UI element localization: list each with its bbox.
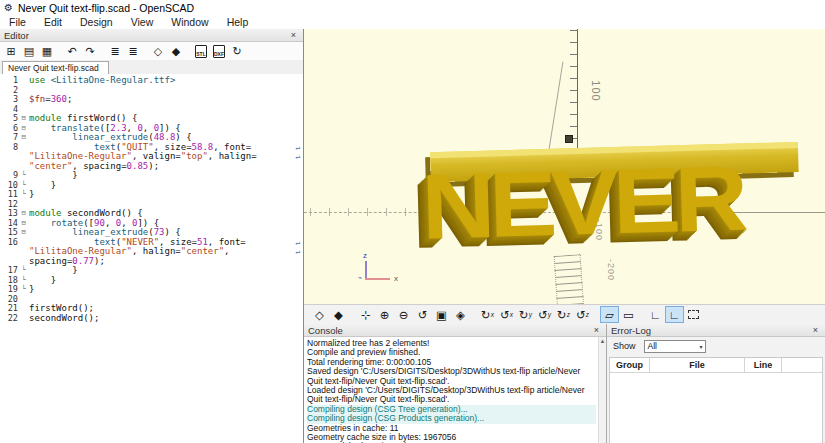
code-editor[interactable]: 1use <LilitaOne-Regular.ttf>23$fn=360;45… <box>0 74 303 443</box>
scroll-up-icon[interactable]: ▲ <box>600 338 606 344</box>
console-line: Loaded design 'C:/Users/DIGITS/Desktop/3… <box>307 386 596 405</box>
indent-button[interactable]: ≣ <box>124 43 142 59</box>
openscad-logo-icon: ⚙ <box>4 2 13 13</box>
code-text: secondWord(); <box>29 314 303 324</box>
code-text: linear_extrude(48.8) { <box>29 133 303 143</box>
reset-view-button[interactable]: ↺ <box>413 306 432 323</box>
fold-marker-icon[interactable]: ⊟ <box>18 114 29 124</box>
diagonal-icon: ◈ <box>456 308 465 322</box>
zoom-out-button[interactable]: ⊖ <box>394 306 413 323</box>
menu-design[interactable]: Design <box>71 16 122 28</box>
x-axis-label: x <box>394 274 398 283</box>
window-title: Never Quit text-flip.scad - OpenSCAD <box>18 2 194 14</box>
fold-marker-icon[interactable]: ⊟ <box>18 219 29 229</box>
preview-button[interactable]: ◇ <box>149 43 167 59</box>
error-log-filter-row: Show All ▾ <box>607 337 825 355</box>
tab-never-quit-text-flip[interactable]: Never Quit text-flip.scad <box>2 61 109 74</box>
rotate-z-neg-button[interactable]: ↺z <box>573 306 592 323</box>
new-icon: ⊞ <box>6 45 15 58</box>
line-wrap-icon: ↵ <box>295 247 303 257</box>
fold-line: └ <box>18 181 29 191</box>
code-text: module firstWord() { <box>29 114 303 124</box>
menu-window[interactable]: Window <box>162 16 217 28</box>
close-icon[interactable]: × <box>591 325 602 335</box>
code-text: "LilitaOne-Regular", valign="top", halig… <box>29 152 295 162</box>
fold-line: └ <box>18 190 29 200</box>
view-all-button[interactable]: ⊹ <box>356 306 375 323</box>
line-number: 16 <box>0 238 18 248</box>
fold-marker-icon[interactable]: ⊟ <box>18 228 29 238</box>
render-button[interactable]: ◆ <box>329 306 348 323</box>
close-icon[interactable]: × <box>810 325 821 335</box>
send-button[interactable]: ↻ <box>228 43 246 59</box>
file-export-icon: STL <box>195 45 207 58</box>
code-line: 18└ } <box>0 276 303 286</box>
save-button[interactable]: ▦ <box>38 43 56 59</box>
send-icon: ↻ <box>232 45 241 58</box>
code-text: text("NEVER", size=51, font= <box>29 238 295 248</box>
open-button[interactable]: ▤ <box>20 43 38 59</box>
fold-marker-icon[interactable]: ⊟ <box>18 133 29 143</box>
view-diagonal-button[interactable]: ◈ <box>451 306 470 323</box>
show-axes-button[interactable]: ∟ <box>646 306 665 323</box>
reset-icon: ↺ <box>418 308 428 322</box>
open-icon: ▤ <box>24 45 34 58</box>
view-all-icon: ⊹ <box>361 308 371 322</box>
rotate-z-pos-button[interactable]: ↻z <box>554 306 573 323</box>
unindent-button[interactable]: ≣ <box>106 43 124 59</box>
redo-button[interactable]: ↷ <box>81 43 99 59</box>
show-edges-button[interactable] <box>684 306 703 323</box>
close-icon[interactable]: × <box>288 30 299 40</box>
save-icon: ▦ <box>42 45 52 58</box>
fold-marker-icon[interactable]: ⊟ <box>18 209 29 219</box>
filter-dropdown[interactable]: All ▾ <box>644 340 706 353</box>
perspective-button[interactable]: ▱ <box>600 306 619 323</box>
column-header-group: Group <box>610 358 650 372</box>
console-panel-header: Console × <box>304 324 606 337</box>
export-dxf-button[interactable]: DXF <box>210 43 228 59</box>
preview-button[interactable]: ◇ <box>310 306 329 323</box>
scale-icon: ∟ <box>669 309 680 321</box>
error-log-panel-title: Error-Log <box>611 325 651 336</box>
menu-edit[interactable]: Edit <box>35 16 71 28</box>
error-log-table-body <box>610 373 822 443</box>
z-axis-arrow <box>365 261 367 278</box>
console-scrollbar[interactable]: ▲ <box>598 337 606 443</box>
code-line: "LilitaOne-Regular", valign="top", halig… <box>0 152 303 162</box>
rotate-x-pos-button[interactable]: ↻x <box>478 306 497 323</box>
chevron-down-icon: ▾ <box>700 343 705 350</box>
code-text: text("QUIT", size=58.8, font= <box>29 143 295 153</box>
error-log-panel-header: Error-Log × <box>607 324 825 337</box>
code-text: firstWord(); <box>29 304 303 314</box>
show-scale-markers-button[interactable]: ∟ <box>665 306 684 323</box>
rotate-x-neg-button[interactable]: ↺x <box>497 306 516 323</box>
axis-letter-label: y <box>548 311 551 318</box>
fold-line: └ <box>18 285 29 295</box>
menu-view[interactable]: View <box>122 16 163 28</box>
editor-panel: Editor × ⊞▤▦↶↷≣≣◇◆STLDXF↻ Never Quit tex… <box>0 29 304 443</box>
fold-marker-icon[interactable]: ⊟ <box>18 124 29 134</box>
redo-icon: ↷ <box>85 45 94 58</box>
rotate-y-pos-button[interactable]: ↻y <box>516 306 535 323</box>
indent-icon: ≣ <box>128 45 137 58</box>
axes-icon: ∟ <box>650 309 661 321</box>
zoom-in-button[interactable]: ⊕ <box>375 306 394 323</box>
3d-model-never: NEVER <box>426 142 808 302</box>
view-center-button[interactable]: ▣ <box>432 306 451 323</box>
menu-help[interactable]: Help <box>218 16 258 28</box>
render-button[interactable]: ◆ <box>167 43 185 59</box>
menu-file[interactable]: File <box>0 16 35 28</box>
editor-tab-bar: Never Quit text-flip.scad <box>0 60 303 74</box>
rotate-y-neg-button[interactable]: ↺y <box>535 306 554 323</box>
export-stl-button[interactable]: STL <box>192 43 210 59</box>
new-file-button[interactable]: ⊞ <box>2 43 20 59</box>
undo-button[interactable]: ↶ <box>63 43 81 59</box>
column-header-line: Line <box>745 358 782 372</box>
code-line: 5⊟module firstWord() { <box>0 114 303 124</box>
3d-viewport[interactable]: 100 -100 -200 NEVER z x ⌁ <box>304 29 825 304</box>
column-header-empty <box>782 358 822 372</box>
orthogonal-button[interactable]: ▭ <box>619 306 638 323</box>
code-line: 22secondWord(); <box>0 314 303 324</box>
z-axis-ruler <box>577 29 578 152</box>
column-header-file: File <box>650 358 745 372</box>
